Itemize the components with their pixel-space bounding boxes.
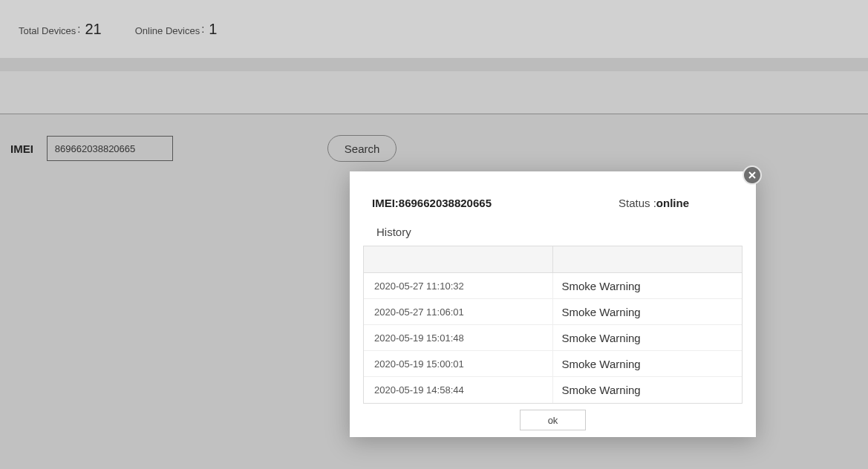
spacer (0, 58, 868, 71)
table-row: 2020-05-27 11:10:32 Smoke Warning (364, 273, 742, 299)
table-header-time (364, 246, 553, 272)
online-devices-value: 1 (209, 21, 217, 38)
content-strip (0, 71, 868, 114)
cell-time: 2020-05-19 14:58:44 (364, 377, 553, 403)
modal-imei: IMEI:869662038820665 (372, 197, 492, 209)
cell-time: 2020-05-27 11:10:32 (364, 273, 553, 298)
close-icon (748, 171, 757, 180)
cell-time: 2020-05-27 11:06:01 (364, 299, 553, 324)
table-row: 2020-05-19 15:01:48 Smoke Warning (364, 325, 742, 351)
cell-time: 2020-05-19 15:00:01 (364, 351, 553, 376)
history-table: 2020-05-27 11:10:32 Smoke Warning 2020-0… (363, 246, 743, 404)
history-label: History (350, 209, 756, 246)
online-devices-label: Online Devices (135, 25, 200, 36)
modal-footer: ok (350, 404, 756, 430)
imei-label: IMEI (10, 142, 33, 155)
modal-status: Status :online (619, 197, 689, 209)
cell-event: Smoke Warning (553, 325, 743, 350)
cell-event: Smoke Warning (553, 299, 743, 324)
search-button[interactable]: Search (327, 135, 397, 162)
table-header (364, 246, 742, 273)
table-row: 2020-05-19 14:58:44 Smoke Warning (364, 377, 742, 403)
cell-time: 2020-05-19 15:01:48 (364, 325, 553, 350)
table-row: 2020-05-27 11:06:01 Smoke Warning (364, 299, 742, 325)
total-devices-value: 21 (85, 21, 101, 38)
close-button[interactable] (743, 165, 762, 185)
modal-header: IMEI:869662038820665 Status :online (350, 171, 756, 209)
online-devices-stat: Online Devices : 1 (135, 21, 218, 38)
total-devices-label: Total Devices (19, 25, 76, 36)
stats-bar: Total Devices : 21 Online Devices : 1 (0, 0, 868, 58)
ok-button[interactable]: ok (520, 410, 586, 430)
cell-event: Smoke Warning (553, 273, 743, 298)
table-header-event (553, 246, 743, 272)
cell-event: Smoke Warning (553, 377, 743, 403)
total-devices-stat: Total Devices : 21 (19, 21, 102, 38)
history-modal: IMEI:869662038820665 Status :online Hist… (350, 171, 756, 437)
imei-input[interactable] (47, 136, 173, 161)
table-row: 2020-05-19 15:00:01 Smoke Warning (364, 351, 742, 377)
cell-event: Smoke Warning (553, 351, 743, 376)
